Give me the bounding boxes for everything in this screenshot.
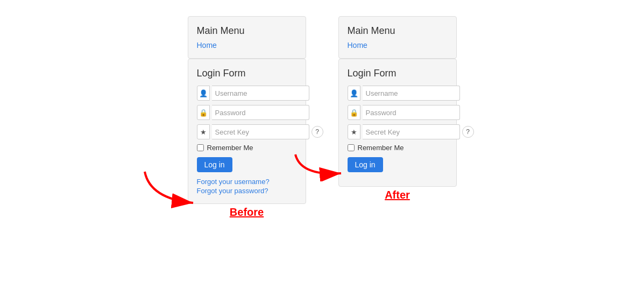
right-user-icon: 👤 [348, 86, 360, 101]
left-secret-group: ★ ? [197, 124, 297, 139]
before-label: Before [230, 206, 264, 218]
right-secret-group: ★ ? [348, 124, 448, 139]
right-help-icon[interactable]: ? [462, 126, 474, 138]
left-password-group: 🔒 [197, 105, 297, 120]
right-column: Main Menu Home Login Form 👤 🔒 ★ ? [338, 16, 457, 201]
right-main-menu-panel: Main Menu Home [338, 16, 457, 59]
right-login-title: Login Form [348, 68, 448, 79]
left-home-link[interactable]: Home [197, 41, 217, 50]
right-remember-checkbox[interactable] [348, 144, 355, 151]
left-remember-row: Remember Me [197, 144, 297, 152]
left-forgot-username-link[interactable]: Forgot your username? [197, 178, 297, 186]
left-username-input[interactable] [212, 86, 309, 101]
left-login-title: Login Form [197, 68, 297, 79]
left-forgot-password-link[interactable]: Forgot your password? [197, 187, 297, 195]
left-help-icon[interactable]: ? [312, 126, 323, 138]
left-login-panel: Login Form 👤 🔒 ★ ? Remember Me [188, 59, 306, 204]
after-label: After [385, 189, 410, 201]
left-lock-icon: 🔒 [197, 105, 210, 120]
right-menu-title: Main Menu [348, 25, 448, 37]
right-star-icon: ★ [348, 124, 360, 139]
right-remember-row: Remember Me [348, 144, 448, 152]
left-login-button[interactable]: Log in [197, 157, 232, 172]
left-remember-checkbox[interactable] [197, 144, 204, 151]
left-secret-input[interactable] [212, 124, 309, 139]
right-login-panel: Login Form 👤 🔒 ★ ? Remember Me [338, 59, 457, 187]
right-login-button[interactable]: Log in [348, 157, 383, 172]
right-username-group: 👤 [348, 86, 448, 101]
left-user-icon: 👤 [197, 86, 210, 101]
page-wrapper: Main Menu Home Login Form 👤 🔒 ★ ? [188, 16, 457, 218]
right-secret-input[interactable] [363, 124, 460, 139]
left-remember-label: Remember Me [207, 144, 253, 152]
left-login-wrapper: Login Form 👤 🔒 ★ ? Remember Me [188, 59, 306, 204]
left-password-input[interactable] [212, 105, 309, 120]
right-lock-icon: 🔒 [348, 105, 360, 120]
right-username-input[interactable] [363, 86, 460, 101]
left-column: Main Menu Home Login Form 👤 🔒 ★ ? [188, 16, 306, 218]
left-username-group: 👤 [197, 86, 297, 101]
right-login-wrapper: Login Form 👤 🔒 ★ ? Remember Me [338, 59, 457, 187]
left-main-menu-panel: Main Menu Home [188, 16, 306, 59]
right-password-input[interactable] [363, 105, 460, 120]
left-links-section: Forgot your username? Forgot your passwo… [197, 178, 297, 195]
right-password-group: 🔒 [348, 105, 448, 120]
right-home-link[interactable]: Home [348, 41, 367, 50]
left-menu-title: Main Menu [197, 25, 297, 37]
left-star-icon: ★ [197, 124, 210, 139]
right-remember-label: Remember Me [358, 144, 404, 152]
